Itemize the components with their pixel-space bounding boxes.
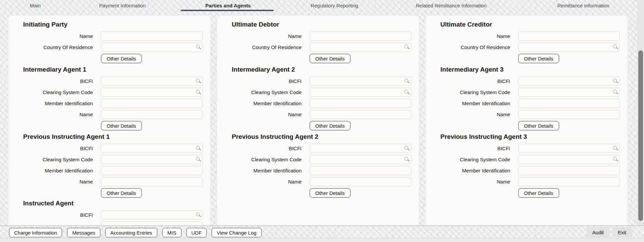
panel-ultimate-debtor: Ultimate DebtorNameCountry Of ResidenceO… [217, 15, 419, 226]
search-icon[interactable] [405, 157, 408, 161]
search-icon[interactable] [196, 212, 200, 216]
field-box [101, 88, 203, 97]
field-box [101, 43, 203, 52]
intermediary-agent-1-name-input[interactable] [101, 110, 203, 119]
field-row: Member Identification [426, 99, 628, 108]
field-label: Member Identification [217, 100, 302, 106]
field-box [518, 110, 620, 119]
intermediary-agent-3-bicfi-input[interactable] [518, 77, 620, 86]
field-label: Country Of Residence [426, 44, 510, 50]
intermediary-agent-2-member-identification-input[interactable] [310, 99, 411, 108]
other-details-button[interactable]: Other Details [310, 188, 351, 198]
intermediary-agent-3-member-identification-input[interactable] [518, 99, 620, 108]
search-icon[interactable] [196, 45, 200, 48]
view-change-log-button[interactable]: View Change Log [212, 228, 261, 237]
other-details-button[interactable]: Other Details [101, 188, 142, 198]
search-icon[interactable] [613, 45, 617, 48]
search-icon[interactable] [405, 146, 408, 150]
field-row: Member Identification [8, 99, 210, 108]
section-previous-instructing-agent-2: Previous Instructing Agent 2BICFIClearin… [217, 132, 419, 198]
section-title: Previous Instructing Agent 2 [232, 132, 419, 141]
previous-instructing-agent-1-bicfi-input[interactable] [101, 144, 203, 153]
field-row: Member Identification [217, 166, 419, 175]
previous-instructing-agent-3-name-input[interactable] [518, 177, 620, 186]
other-details-button[interactable]: Other Details [310, 121, 351, 130]
search-icon[interactable] [613, 90, 617, 93]
field-box [518, 88, 620, 97]
intermediary-agent-1-member-identification-input[interactable] [101, 99, 203, 108]
previous-instructing-agent-1-clearing-system-code-input[interactable] [101, 155, 203, 164]
search-icon[interactable] [196, 157, 200, 161]
intermediary-agent-2-clearing-system-code-input[interactable] [310, 88, 411, 97]
ultimate-debtor-name-input[interactable] [310, 32, 411, 41]
previous-instructing-agent-2-member-identification-input[interactable] [310, 166, 411, 175]
tab-payment-information[interactable]: Payment Information [99, 0, 146, 11]
other-details-button[interactable]: Other Details [518, 121, 559, 130]
messages-button[interactable]: Messages [67, 228, 100, 237]
other-details-button[interactable]: Other Details [518, 54, 559, 63]
intermediary-agent-1-bicfi-input[interactable] [101, 77, 203, 86]
vertical-scrollbar-track[interactable] [637, 0, 644, 226]
tab-remittance-information[interactable]: Remittance Information [557, 0, 609, 11]
instructed-agent-bicfi-input[interactable] [101, 210, 203, 219]
field-label: Clearing System Code [8, 157, 93, 162]
intermediary-agent-3-name-input[interactable] [518, 110, 620, 119]
field-row: Name [217, 110, 419, 119]
vertical-scrollbar-thumb[interactable] [638, 50, 643, 221]
tab-regulatory-reporting[interactable]: Regulatory Reporting [311, 0, 358, 11]
initiating-party-country-of-residence-input[interactable] [101, 43, 203, 52]
field-box [518, 177, 620, 186]
previous-instructing-agent-1-name-input[interactable] [101, 177, 203, 186]
search-icon[interactable] [613, 157, 617, 161]
audit-button[interactable]: Audit [587, 227, 609, 237]
mis-button[interactable]: MIS [162, 228, 181, 237]
search-icon[interactable] [405, 45, 408, 48]
exit-button[interactable]: Exit [612, 227, 632, 237]
previous-instructing-agent-2-bicfi-input[interactable] [310, 144, 411, 153]
ultimate-creditor-country-of-residence-input[interactable] [518, 43, 620, 52]
ultimate-debtor-country-of-residence-input[interactable] [310, 43, 411, 52]
search-icon[interactable] [196, 90, 200, 93]
charge-information-button[interactable]: Charge Information [9, 228, 62, 237]
intermediary-agent-1-clearing-system-code-input[interactable] [101, 88, 203, 97]
intermediary-agent-2-bicfi-input[interactable] [310, 77, 411, 86]
other-details-button[interactable]: Other Details [518, 188, 559, 198]
previous-instructing-agent-3-bicfi-input[interactable] [518, 144, 620, 153]
field-row: BICFI [217, 144, 419, 153]
udf-button[interactable]: UDF [186, 228, 207, 237]
other-details-button[interactable]: Other Details [101, 121, 142, 130]
search-icon[interactable] [405, 79, 408, 82]
search-icon[interactable] [613, 79, 617, 82]
previous-instructing-agent-2-clearing-system-code-input[interactable] [310, 155, 411, 164]
field-row [8, 221, 210, 226]
intermediary-agent-2-name-input[interactable] [310, 110, 411, 119]
search-icon[interactable] [405, 90, 408, 93]
search-icon[interactable] [196, 146, 200, 150]
field-label: Country Of Residence [217, 44, 302, 50]
field-box [518, 99, 620, 108]
section-title: Ultimate Creditor [440, 20, 628, 29]
ultimate-creditor-name-input[interactable] [518, 32, 620, 41]
field-row: Country Of Residence [426, 43, 628, 52]
accounting-entries-button[interactable]: Accounting Entries [105, 228, 157, 237]
tab-main[interactable]: Main [30, 0, 41, 11]
section-title: Intermediary Agent 3 [440, 65, 628, 74]
button-row: Other Details [518, 188, 628, 198]
search-icon[interactable] [196, 79, 200, 82]
field-row: Name [217, 177, 419, 186]
field-box [101, 166, 203, 175]
other-details-button[interactable]: Other Details [101, 54, 142, 63]
instructed-agent-field-input[interactable] [101, 221, 203, 226]
previous-instructing-agent-2-name-input[interactable] [310, 177, 411, 186]
other-details-button[interactable]: Other Details [310, 54, 351, 63]
field-box [518, 144, 620, 153]
previous-instructing-agent-3-member-identification-input[interactable] [518, 166, 620, 175]
intermediary-agent-3-clearing-system-code-input[interactable] [518, 88, 620, 97]
tab-related-remittance-information[interactable]: Related Remittance Information [416, 0, 487, 11]
field-label: Name [217, 112, 302, 117]
previous-instructing-agent-3-clearing-system-code-input[interactable] [518, 155, 620, 164]
field-label: BICFI [8, 212, 93, 218]
initiating-party-name-input[interactable] [101, 32, 203, 41]
search-icon[interactable] [613, 146, 617, 150]
previous-instructing-agent-1-member-identification-input[interactable] [101, 166, 203, 175]
